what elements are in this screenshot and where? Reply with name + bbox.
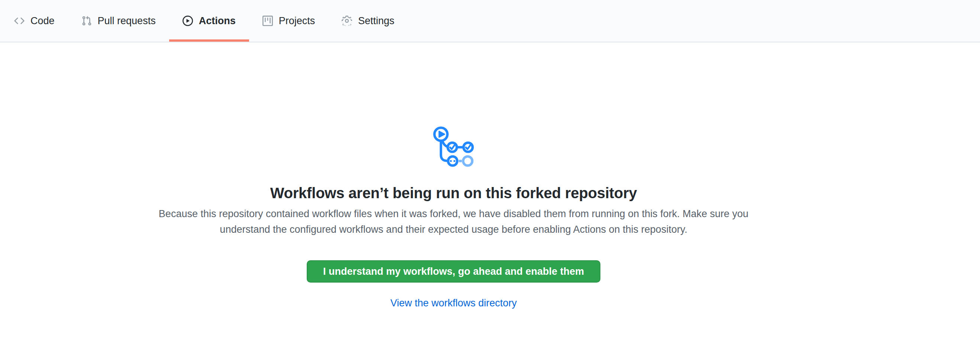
gear-icon [342, 16, 352, 26]
tab-label: Projects [279, 0, 315, 42]
tab-label: Code [30, 0, 55, 42]
view-workflows-directory-link[interactable]: View the workflows directory [390, 297, 517, 309]
git-pull-request-icon [81, 16, 92, 26]
repo-tab-nav: Code Pull requests Actions Projects Sett… [0, 0, 980, 42]
tab-actions[interactable]: Actions [169, 0, 249, 42]
tab-code[interactable]: Code [1, 0, 68, 42]
tab-settings[interactable]: Settings [328, 0, 408, 42]
blankslate-description: Because this repository contained workfl… [149, 206, 759, 237]
blankslate-title: Workflows aren’t being run on this forke… [270, 184, 637, 202]
tab-label: Settings [358, 0, 395, 42]
actions-workflow-icon [433, 125, 475, 167]
code-icon [14, 16, 24, 26]
tab-projects[interactable]: Projects [249, 0, 329, 42]
tab-label: Actions [199, 0, 236, 42]
tab-label: Pull requests [98, 0, 156, 42]
tab-pull-requests[interactable]: Pull requests [68, 0, 169, 42]
play-icon [183, 16, 193, 26]
enable-workflows-button[interactable]: I understand my workflows, go ahead and … [307, 260, 600, 283]
actions-blankslate: Workflows aren’t being run on this forke… [0, 42, 907, 309]
project-icon [262, 16, 273, 26]
